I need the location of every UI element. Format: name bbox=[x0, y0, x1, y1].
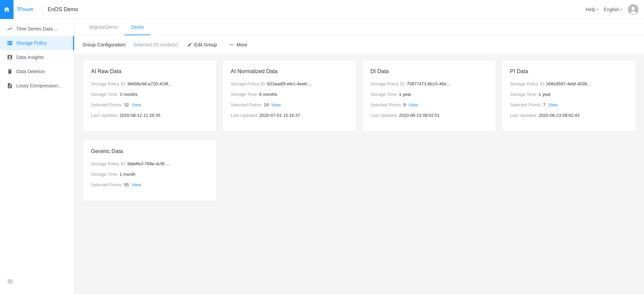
card-title-di-data: DI Data bbox=[370, 68, 488, 75]
tab-demo[interactable]: Demo bbox=[124, 19, 151, 35]
svg-point-10 bbox=[20, 10, 21, 11]
card-title-ai-raw: AI Raw Data bbox=[91, 68, 208, 75]
card-title-generic: Generic Data bbox=[91, 148, 208, 154]
card-row-selected-points-generic: Selected Points: 55 View bbox=[91, 182, 208, 187]
avatar[interactable] bbox=[628, 4, 639, 15]
lang-caret: ▾ bbox=[621, 7, 622, 11]
group-config-label: Group Configuration: bbox=[83, 42, 127, 47]
svg-text:EnOS: EnOS bbox=[23, 7, 33, 12]
more-icon bbox=[229, 42, 234, 47]
svg-point-0 bbox=[17, 7, 18, 8]
view-link-di[interactable]: View bbox=[409, 102, 418, 107]
view-link-generic[interactable]: View bbox=[132, 182, 141, 187]
card-ai-raw: AI Raw Data Storage Policy ID: 96606c68-… bbox=[83, 60, 217, 132]
card-row-storage-time-di: Storage Time: 1 year bbox=[370, 92, 488, 97]
card-row-selected-points-di: Selected Points: 9 View bbox=[370, 102, 488, 107]
card-title-ai-normalized: AI Normalized Data bbox=[231, 68, 348, 75]
sidebar-label-data-insights: Data Insights bbox=[16, 55, 44, 60]
svg-point-7 bbox=[21, 8, 22, 9]
help-button[interactable]: Help ▾ bbox=[585, 7, 598, 12]
card-row-policy-id-generic: Storage Policy ID: fddef6cf-789e-4c9f-..… bbox=[91, 161, 208, 166]
tab-migrate-demo[interactable]: MigrateDemo bbox=[83, 19, 124, 35]
view-link-pi[interactable]: View bbox=[548, 102, 558, 107]
app-header: EnOS EnOS Demo Help ▾ English ▾ bbox=[0, 0, 644, 19]
card-row-policy-id-ai-raw: Storage Policy ID: 96606c68-a720-419f... bbox=[91, 81, 208, 86]
svg-point-3 bbox=[21, 7, 22, 8]
card-row-storage-time-generic: Storage Time: 1 month bbox=[91, 172, 208, 177]
card-title-pi-data: PI Data bbox=[510, 68, 627, 75]
svg-point-4 bbox=[17, 8, 18, 9]
card-pi-data: PI Data Storage Policy ID: b06c8597-4ebf… bbox=[502, 60, 636, 132]
card-row-policy-id-pi: Storage Policy ID: b06c8597-4ebf-4038... bbox=[510, 81, 627, 86]
cards-row-2: Generic Data Storage Policy ID: fddef6cf… bbox=[74, 140, 644, 209]
card-row-last-updated-pi: Last Updated: 2020-06-23 09:02:43 bbox=[510, 113, 627, 118]
compression-icon bbox=[7, 83, 13, 89]
card-row-selected-points-ai-raw: Selected Points: 32 View bbox=[91, 102, 208, 107]
sidebar-label-time-series: Time Series Data ... bbox=[16, 26, 58, 31]
group-config-bar: Group Configuration: Selected 25 model(s… bbox=[74, 35, 644, 55]
main-layout: Time Series Data ... Storage Policy Data… bbox=[0, 19, 644, 294]
app-logo: EnOS bbox=[16, 5, 37, 14]
header-divider bbox=[42, 4, 42, 15]
storage-icon bbox=[7, 40, 13, 46]
header-right: Help ▾ English ▾ bbox=[585, 4, 639, 15]
card-row-last-updated-ai-raw: Last Updated: 2020-08-12 11:26:35 bbox=[91, 113, 208, 118]
card-row-storage-time-ai-raw: Storage Time: 3 months bbox=[91, 92, 208, 97]
card-row-selected-points-pi: Selected Points: 7 View bbox=[510, 102, 627, 107]
svg-point-1 bbox=[19, 7, 20, 8]
sidebar-item-lossy-compression[interactable]: Lossy Compression... bbox=[0, 79, 74, 93]
view-link-ai-normalized[interactable]: View bbox=[271, 102, 281, 107]
view-link-ai-raw[interactable]: View bbox=[132, 102, 141, 107]
edit-group-button[interactable]: Edit Group bbox=[185, 41, 220, 49]
more-button[interactable]: More bbox=[226, 41, 250, 49]
sidebar-item-storage-policy[interactable]: Storage Policy bbox=[0, 36, 74, 50]
card-row-last-updated-di: Last Updated: 2020-06-23 09:02:51 bbox=[370, 113, 488, 118]
cards-row-1: AI Raw Data Storage Policy ID: 96606c68-… bbox=[74, 60, 644, 140]
card-row-policy-id-di: Storage Policy ID: 70877473-6b15-46e... bbox=[370, 81, 488, 86]
svg-point-8 bbox=[17, 10, 18, 11]
language-selector[interactable]: English ▾ bbox=[604, 7, 622, 12]
group-config-value: Selected 25 model(s) bbox=[133, 42, 178, 47]
svg-point-2 bbox=[20, 7, 21, 8]
card-generic-data: Generic Data Storage Policy ID: fddef6cf… bbox=[83, 140, 217, 201]
sidebar-bottom bbox=[0, 273, 74, 291]
card-row-storage-time-pi: Storage Time: 1 year bbox=[510, 92, 627, 97]
sidebar: Time Series Data ... Storage Policy Data… bbox=[0, 19, 74, 294]
card-row-storage-time-ai-normalized: Storage Time: 6 months bbox=[231, 92, 348, 97]
home-button[interactable] bbox=[0, 0, 14, 19]
card-row-selected-points-ai-normalized: Selected Points: 19 View bbox=[231, 102, 348, 107]
insights-icon bbox=[7, 54, 13, 60]
help-caret: ▾ bbox=[597, 7, 598, 11]
sidebar-item-data-deletion[interactable]: Data Deletion bbox=[0, 64, 74, 79]
card-row-policy-id-ai-normalized: Storage Policy ID: 823aad0f-efe1-4ee6-..… bbox=[231, 81, 348, 86]
tabs-bar: MigrateDemo Demo bbox=[74, 19, 644, 35]
sidebar-item-time-series[interactable]: Time Series Data ... bbox=[0, 22, 74, 36]
menu-icon[interactable] bbox=[7, 278, 14, 285]
edit-icon bbox=[187, 42, 192, 47]
svg-point-13 bbox=[631, 7, 635, 10]
card-row-last-updated-ai-normalized: Last Updated: 2020-07-01 15:16:37 bbox=[231, 113, 348, 118]
svg-point-9 bbox=[19, 10, 20, 11]
app-name: EnOS Demo bbox=[48, 6, 78, 13]
deletion-icon bbox=[7, 68, 13, 75]
sidebar-label-storage-policy: Storage Policy bbox=[16, 40, 47, 46]
svg-point-5 bbox=[19, 8, 20, 9]
sidebar-label-lossy-compression: Lossy Compression... bbox=[16, 83, 62, 88]
sidebar-label-data-deletion: Data Deletion bbox=[16, 69, 45, 74]
chart-icon bbox=[7, 26, 13, 32]
sidebar-item-data-insights[interactable]: Data Insights bbox=[0, 50, 74, 64]
main-content: MigrateDemo Demo Group Configuration: Se… bbox=[74, 19, 644, 294]
card-di-data: DI Data Storage Policy ID: 70877473-6b15… bbox=[362, 60, 496, 132]
card-ai-normalized: AI Normalized Data Storage Policy ID: 82… bbox=[222, 60, 356, 132]
svg-point-6 bbox=[20, 8, 21, 9]
